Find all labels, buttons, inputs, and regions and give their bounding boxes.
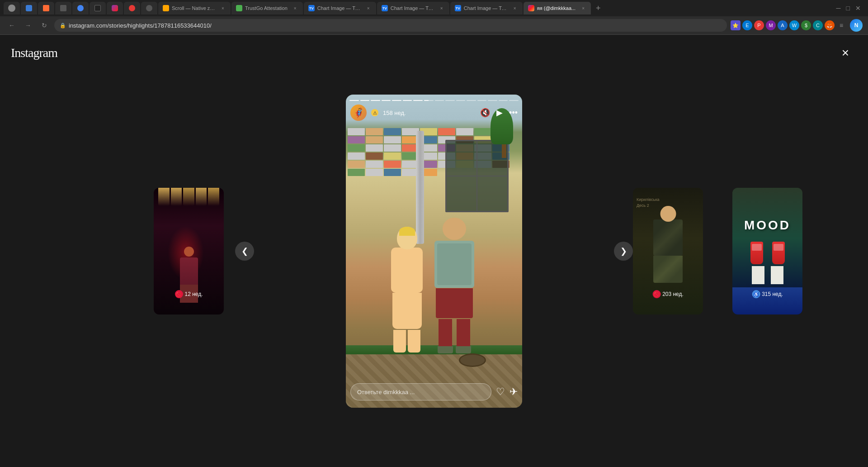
side-story-left-time: 12 нед.: [184, 291, 203, 297]
like-button[interactable]: ♡: [496, 386, 505, 398]
progress-seg-9: [435, 100, 444, 101]
tab-chart3-close[interactable]: ×: [512, 5, 518, 11]
ext-blue-2[interactable]: W: [789, 20, 799, 30]
tab-favicon-trustgo: [236, 5, 242, 11]
tab-3[interactable]: [38, 2, 54, 14]
side-story-left-badge: 🚫 12 нед.: [175, 290, 203, 298]
send-button[interactable]: ✈: [509, 386, 518, 398]
tab-9[interactable]: [141, 2, 157, 14]
nav-bar: ← → ↻ 🔒 instagram.com/stories/highlights…: [0, 16, 868, 34]
progress-seg-15: [499, 100, 508, 101]
ext-cyan[interactable]: C: [813, 20, 823, 30]
tab-2[interactable]: [21, 2, 37, 14]
people-area: [359, 181, 509, 362]
tab-chart1-label: Chart Image — Tradi...: [317, 5, 361, 11]
story-scene: [346, 95, 522, 408]
ext-gear[interactable]: ≡: [836, 20, 846, 30]
tab-8[interactable]: [124, 2, 140, 14]
story-header-actions: 🔇 ▶ •••: [480, 108, 518, 118]
ext-orange[interactable]: 🦊: [825, 20, 835, 30]
ext-green[interactable]: $: [801, 20, 811, 30]
tab-favicon-6: [94, 5, 101, 11]
story-avatar[interactable]: 🦸: [350, 105, 367, 121]
side-story-right-2[interactable]: MOOD: [732, 188, 802, 315]
tab-instagram-active[interactable]: яя (@dimkkkaa... ×: [524, 2, 591, 14]
forward-button[interactable]: →: [22, 19, 34, 32]
play-button[interactable]: ▶: [496, 108, 503, 118]
figure-1: [387, 227, 427, 353]
window-restore[interactable]: □: [846, 5, 850, 12]
side-story-left[interactable]: 🚫 12 нед.: [154, 188, 224, 315]
progress-seg-3: [371, 100, 380, 101]
progress-seg-2: [360, 100, 370, 101]
avatar-emoji: 🦸: [353, 107, 364, 118]
tab-chart2-label: Chart Image — Tradi...: [391, 5, 434, 11]
tab-bar: Scroll — Native zkEVM × TrustGo Attestat…: [0, 0, 868, 16]
window-minimize[interactable]: ─: [836, 5, 841, 12]
progress-seg-7: [413, 100, 423, 101]
side-story-right2-time: 315 нед.: [762, 291, 783, 297]
mute-button[interactable]: 🔇: [480, 108, 490, 118]
profile-avatar[interactable]: N: [850, 19, 863, 32]
ext-red-1[interactable]: P: [754, 20, 764, 30]
story-footer: Ответьте dimkkkaa ... ♡ ✈: [350, 383, 518, 400]
tab-scroll-label: Scroll — Native zkEVM: [172, 5, 215, 11]
tab-scroll-close[interactable]: ×: [220, 5, 226, 11]
back-button[interactable]: ←: [5, 19, 18, 32]
tab-favicon-3: [43, 5, 49, 11]
tab-chart1-close[interactable]: ×: [365, 5, 372, 11]
tab-favicon-scroll: [163, 5, 169, 11]
progress-seg-13: [477, 100, 487, 101]
more-options-button[interactable]: •••: [509, 108, 518, 118]
tab-instagram-close[interactable]: ×: [580, 5, 586, 11]
side-story-right-1[interactable]: Кирилівська Десь 2 🚫 203 нед.: [633, 188, 703, 315]
reply-input[interactable]: Ответьте dimkkkaa ...: [350, 383, 491, 400]
instagram-app: Instagram ×: [0, 35, 868, 467]
drain-decoration: [459, 353, 486, 367]
refresh-button[interactable]: ↻: [38, 19, 51, 32]
tab-6[interactable]: [90, 2, 106, 14]
ext-blue-1[interactable]: A: [778, 20, 788, 30]
progress-seg-5: [392, 100, 401, 101]
progress-seg-10: [445, 100, 455, 101]
tab-favicon-9: [146, 5, 152, 11]
tab-7[interactable]: [107, 2, 123, 14]
progress-seg-6: [403, 100, 412, 101]
tab-favicon-instagram: [528, 5, 534, 11]
tab-scroll[interactable]: Scroll — Native zkEVM ×: [158, 2, 231, 14]
tab-favicon-8: [129, 5, 135, 11]
tab-favicon-chart3: TV: [455, 5, 461, 11]
tab-chart2-close[interactable]: ×: [439, 5, 445, 11]
tab-4[interactable]: [55, 2, 71, 14]
tab-5[interactable]: [72, 2, 89, 14]
side-story-right1-time: 203 нед.: [662, 291, 684, 297]
side-story-right2-badge-icon: ♿: [752, 290, 760, 298]
story-warning-icon: ⚠: [371, 109, 378, 116]
figure-2: [432, 218, 477, 353]
tab-chart1[interactable]: TV Chart Image — Tradi... ×: [304, 2, 376, 14]
side-story-right1-badge-icon: 🚫: [652, 290, 660, 298]
tab-favicon-1: [8, 5, 15, 12]
tab-trustgo-close[interactable]: ×: [292, 5, 298, 11]
tab-favicon-chart2: TV: [382, 5, 388, 11]
address-bar[interactable]: 🔒 instagram.com/stories/highlights/17878…: [54, 19, 727, 32]
side-story-right2-badge: ♿ 315 нед.: [752, 290, 783, 298]
ext-bookmark[interactable]: ⭐: [731, 20, 741, 30]
progress-seg-14: [488, 100, 497, 101]
story-header: 🦸 ⚠ 158 нед. 🔇 ▶ •••: [350, 105, 518, 121]
main-story: 🦸 ⚠ 158 нед. 🔇 ▶ ••• Ответьте dimkkkaa .…: [346, 95, 522, 408]
tab-chart2[interactable]: TV Chart Image — Tradi... ×: [377, 2, 449, 14]
story-nav-next[interactable]: ❯: [614, 242, 633, 261]
window-close[interactable]: ✕: [855, 5, 861, 12]
new-tab-button[interactable]: +: [592, 2, 604, 14]
ext-edge-e[interactable]: E: [742, 20, 752, 30]
tab-trustgo[interactable]: TrustGo Attestation ×: [231, 2, 303, 14]
ext-purple[interactable]: M: [766, 20, 776, 30]
story-nav-prev[interactable]: ❮: [235, 242, 254, 261]
tab-1[interactable]: [4, 2, 20, 14]
tab-favicon-5: [77, 5, 84, 11]
address-text: instagram.com/stories/highlights/1787811…: [69, 22, 212, 29]
tab-instagram-label: яя (@dimkkkaa...: [537, 5, 576, 11]
progress-seg-8: [424, 100, 434, 101]
tab-chart3[interactable]: TV Chart Image — Tradi... ×: [450, 2, 523, 14]
